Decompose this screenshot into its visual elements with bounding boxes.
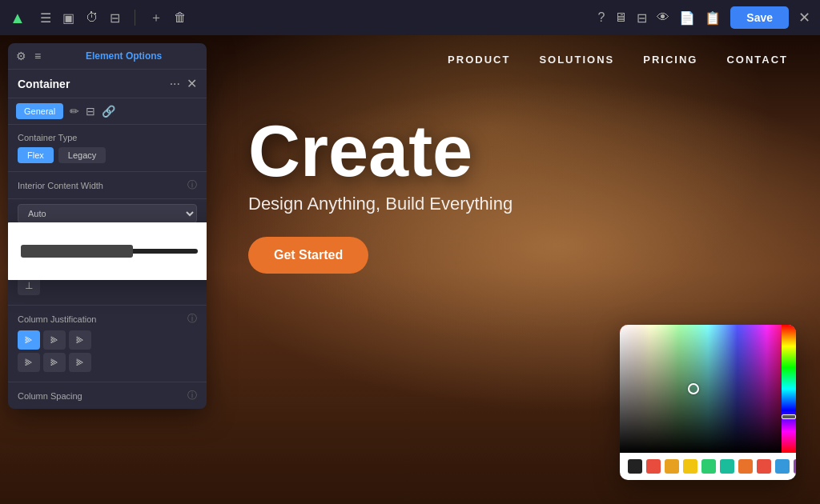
just-space-between[interactable]: ⫸ [18,353,40,372]
toolbar-right: ? 🖥 ⊟ 👁 📄 📋 Save ✕ [597,6,810,29]
interior-width-label: Interior Content Width [18,181,187,190]
slider-track [21,249,198,254]
logo-icon[interactable]: ▲ [10,9,26,27]
column-justification-section: Column Justification ⓘ ⫸ ⫸ ⫸ ⫸ ⫸ ⫸ [8,306,207,382]
column-spacing-label: Column Spacing [18,391,187,401]
just-buttons-row: ⫸ ⫸ ⫸ [18,330,197,350]
nav-pricing[interactable]: PRICING [643,54,697,66]
element-options-label: Element Options [49,50,199,62]
slider-thumb[interactable] [21,245,133,258]
tab-edit-icon[interactable]: ✏ [70,105,79,118]
separator [135,10,135,26]
nav-links: PRODUCT SOLUTIONS PRICING CONTACT [448,54,788,66]
spacing-label-row: Column Spacing ⓘ [18,389,197,402]
interior-width-section: Interior Content Width ⓘ [8,172,207,199]
desktop-icon[interactable]: 🖥 [614,10,627,25]
just-space-evenly[interactable]: ⫸ [69,353,91,372]
legacy-button[interactable]: Legacy [58,147,106,163]
nav-product[interactable]: PRODUCT [448,54,510,66]
file2-icon[interactable]: 📋 [705,10,721,26]
hero-content: Create Design Anything, Build Everything… [248,115,788,274]
just-center[interactable]: ⫸ [43,330,66,350]
just-space-around[interactable]: ⫸ [43,353,66,372]
flex-button[interactable]: Flex [18,147,54,163]
layout-icon[interactable]: ⊟ [637,10,647,26]
color-picker: ⚙ [620,325,796,480]
column-spacing-section: Column Spacing ⓘ [8,382,207,409]
editor-toolbar: ▲ ☰ ▣ ⏱ ⊟ ＋ 🗑 ? 🖥 ⊟ 👁 📄 📋 Save ✕ [0,0,820,35]
add-icon[interactable]: ＋ [150,10,163,26]
hero-title: Create [248,115,788,187]
panel-header: ⚙ ≡ Element Options [8,43,207,70]
column-justification-label: Column Justification [18,314,187,324]
file-icon[interactable]: 📄 [679,10,695,26]
close-button[interactable]: ✕ [798,9,810,26]
tab-link-icon[interactable]: 🔗 [102,105,115,118]
color-swatches: ⚙ [620,453,796,480]
container-type-label: Container Type [18,133,197,142]
panel-more-button[interactable]: ··· [170,77,180,91]
list-panel-icon[interactable]: ≡ [34,50,41,62]
swatch-purple[interactable] [794,459,796,474]
color-gradient[interactable] [620,325,796,453]
get-started-button[interactable]: Get Started [248,237,368,274]
swatch-green[interactable] [701,459,716,474]
container-type-section: Container Type Flex Legacy [8,125,207,172]
history-icon[interactable]: ⏱ [86,10,98,25]
just-buttons-row-2: ⫸ ⫸ ⫸ [18,353,197,372]
swatch-blue[interactable] [775,459,790,474]
canvas-area: ⚙ PRODUCT SOLUTIONS PRICING CONTACT Crea… [0,35,820,504]
just-left[interactable]: ⫸ [18,330,40,350]
panel-tabs: General ✏ ⊟ 🔗 [8,98,207,125]
type-buttons: Flex Legacy [18,147,197,163]
menu-icon[interactable]: ☰ [40,10,51,26]
swatch-red[interactable] [646,459,661,474]
element-options-panel: ⚙ ≡ Element Options Container ··· ✕ Gene… [8,43,207,409]
hue-thumb[interactable] [782,414,796,419]
swatch-coral[interactable] [757,459,771,474]
preview-icon[interactable]: 👁 [657,10,669,25]
swatch-black[interactable] [628,459,642,474]
yes-no-popup: Yes No [8,222,207,280]
layers-icon[interactable]: ▣ [62,10,74,26]
tab-general[interactable]: General [16,103,63,119]
settings-panel-icon[interactable]: ⚙ [16,50,26,62]
hero-subtitle: Design Anything, Build Everything [248,194,788,214]
info-icon: ⓘ [187,178,197,192]
swatch-yellow[interactable] [683,459,697,474]
panel-title: Container [18,78,170,90]
save-button[interactable]: Save [730,6,789,29]
settings-icon[interactable]: ⊟ [110,10,120,26]
just-right[interactable]: ⫸ [69,330,91,350]
panel-close-button[interactable]: ✕ [187,76,197,91]
color-cursor[interactable] [688,383,699,394]
swatch-orange[interactable] [665,459,679,474]
help-icon[interactable]: ? [597,10,605,25]
swatch-teal[interactable] [720,459,734,474]
panel-title-row: Container ··· ✕ [8,70,207,98]
nav-solutions[interactable]: SOLUTIONS [539,54,614,66]
hue-strip[interactable] [782,325,796,453]
spacing-info-icon: ⓘ [187,389,197,402]
tab-style-icon[interactable]: ⊟ [86,105,95,118]
nav-contact[interactable]: CONTACT [726,54,788,66]
just-info-icon: ⓘ [187,312,197,326]
just-label-row: Column Justification ⓘ [18,312,197,326]
swatch-orange2[interactable] [738,459,753,474]
delete-icon[interactable]: 🗑 [174,10,187,25]
auto-dropdown[interactable]: Auto [18,204,197,223]
